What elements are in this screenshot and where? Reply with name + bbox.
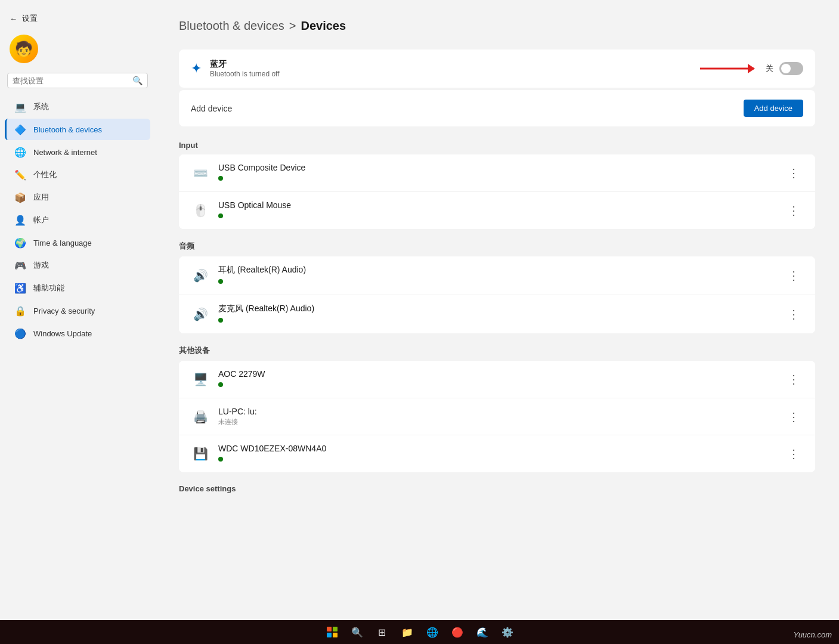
more-options-button[interactable]: ⋮ [784, 201, 803, 220]
breadcrumb: Bluetooth & devices > Devices [179, 19, 815, 33]
task-view-button[interactable]: ⊞ [371, 621, 393, 643]
list-item: 🔊 耳机 (Realtek(R) Audio) ⋮ [179, 256, 815, 295]
device-name: 麦克风 (Realtek(R) Audio) [218, 304, 784, 314]
sidebar-item-time[interactable]: 🌍 Time & language [5, 232, 150, 253]
annotation-arrow [700, 63, 760, 75]
bluetooth-row: ✦ 蓝牙 Bluetooth is turned off 关 [179, 49, 815, 88]
harddrive-icon: 💾 [191, 444, 210, 463]
sidebar-item-personalization[interactable]: ✏️ 个性化 [5, 164, 150, 185]
usb-keyboard-icon: ⌨️ [191, 163, 210, 182]
add-device-row: Add device Add device [179, 90, 815, 126]
user-avatar: 🧒 [10, 35, 38, 63]
chrome-icon: 🔴 [451, 627, 463, 638]
add-device-label: Add device [191, 104, 232, 113]
task-view-icon: ⊞ [378, 627, 386, 638]
sidebar-item-privacy[interactable]: 🔒 Privacy & security [5, 300, 150, 321]
bluetooth-off-label: 关 [766, 63, 773, 74]
privacy-icon: 🔒 [14, 305, 26, 317]
search-input[interactable] [13, 76, 129, 85]
printer-icon: 🖨️ [191, 407, 210, 426]
brand-label: Yuucn.com [793, 630, 832, 639]
bluetooth-name: 蓝牙 [210, 59, 700, 70]
audio-section-label: 音频 [179, 234, 815, 255]
sidebar-item-accessibility[interactable]: ♿ 辅助功能 [5, 277, 150, 299]
settings-taskbar-button[interactable]: ⚙️ [497, 621, 518, 643]
input-section: Input ⌨️ USB Composite Device ⋮ 🖱️ USB O… [179, 134, 815, 229]
sidebar-item-accounts[interactable]: 👤 帐户 [5, 209, 150, 231]
update-icon: 🔵 [14, 327, 26, 339]
input-devices-card: ⌨️ USB Composite Device ⋮ 🖱️ USB Optical… [179, 154, 815, 229]
sidebar-label-apps: 应用 [33, 192, 49, 203]
chrome-button[interactable]: 🔴 [447, 621, 468, 643]
breadcrumb-current: Devices [301, 19, 346, 33]
back-button[interactable]: ← 设置 [0, 10, 155, 27]
sidebar-label-personalization: 个性化 [33, 169, 57, 180]
more-options-button[interactable]: ⋮ [784, 407, 803, 426]
toggle-knob [781, 64, 791, 73]
usb-mouse-icon: 🖱️ [191, 201, 210, 220]
personalization-icon: ✏️ [14, 169, 26, 181]
connected-dot [218, 457, 223, 462]
bluetooth-controls: 关 [700, 62, 803, 75]
breadcrumb-parent[interactable]: Bluetooth & devices [179, 19, 284, 33]
app1-button[interactable]: 🌊 [472, 621, 493, 643]
network-icon: 🌐 [14, 146, 26, 158]
device-name: 耳机 (Realtek(R) Audio) [218, 265, 784, 275]
more-options-button[interactable]: ⋮ [784, 305, 803, 324]
taskbar: 🔍 ⊞ 📁 🌐 🔴 🌊 ⚙️ Yuucn.com [0, 620, 839, 644]
sidebar-item-apps[interactable]: 📦 应用 [5, 187, 150, 208]
sidebar-item-update[interactable]: 🔵 Windows Update [5, 323, 150, 344]
sidebar-label-bluetooth: Bluetooth & devices [33, 125, 102, 134]
sidebar-item-network[interactable]: 🌐 Network & internet [5, 141, 150, 163]
search-taskbar-button[interactable]: 🔍 [346, 621, 368, 643]
device-name: LU-PC: lu: [218, 407, 784, 416]
bluetooth-device-icon: ✦ [191, 61, 202, 76]
audio-section: 音频 🔊 耳机 (Realtek(R) Audio) ⋮ 🔊 麦克风 (Real… [179, 234, 815, 333]
settings-gear-icon: ⚙️ [501, 627, 513, 638]
add-device-button[interactable]: Add device [744, 100, 803, 117]
search-icon: 🔍 [132, 76, 143, 85]
app-title: 设置 [22, 13, 38, 24]
audio-out-icon: 🔊 [191, 266, 210, 285]
other-section-label: 其他设备 [179, 338, 815, 360]
device-name: WDC WD10EZEX-08WN4A0 [218, 444, 784, 453]
start-button[interactable] [321, 621, 343, 643]
accessibility-icon: ♿ [14, 282, 26, 294]
folder-icon: 📁 [401, 627, 413, 638]
edge-button[interactable]: 🌐 [422, 621, 443, 643]
sidebar-item-gaming[interactable]: 🎮 游戏 [5, 255, 150, 276]
time-icon: 🌍 [14, 237, 26, 249]
device-name: USB Optical Mouse [218, 200, 784, 210]
sidebar-label-gaming: 游戏 [33, 260, 49, 271]
device-subtitle: 未连接 [218, 417, 784, 426]
search-box[interactable]: 🔍 [7, 73, 148, 88]
bluetooth-toggle[interactable] [779, 62, 803, 75]
connected-dot [218, 279, 223, 284]
sidebar-item-system[interactable]: 💻 系统 [5, 96, 150, 117]
sidebar-item-bluetooth[interactable]: 🔷 Bluetooth & devices [5, 119, 150, 140]
sidebar-label-system: 系统 [33, 101, 49, 112]
file-explorer-button[interactable]: 📁 [397, 621, 418, 643]
more-options-button[interactable]: ⋮ [784, 266, 803, 285]
sidebar-label-privacy: Privacy & security [33, 306, 95, 315]
sidebar-label-accounts: 帐户 [33, 215, 49, 225]
other-devices-card: 🖥️ AOC 2279W ⋮ 🖨️ LU-PC: lu: 未连接 ⋮ 💾 WDC [179, 361, 815, 472]
system-icon: 💻 [14, 101, 26, 113]
connected-dot [218, 176, 223, 181]
accounts-icon: 👤 [14, 214, 26, 226]
app1-icon: 🌊 [476, 627, 488, 638]
more-options-button[interactable]: ⋮ [784, 163, 803, 182]
more-options-button[interactable]: ⋮ [784, 444, 803, 463]
audio-devices-card: 🔊 耳机 (Realtek(R) Audio) ⋮ 🔊 麦克风 (Realtek… [179, 256, 815, 333]
connected-dot [218, 213, 223, 218]
device-settings-label: Device settings [179, 477, 815, 497]
list-item: 🖨️ LU-PC: lu: 未连接 ⋮ [179, 398, 815, 435]
list-item: ⌨️ USB Composite Device ⋮ [179, 154, 815, 191]
breadcrumb-separator: > [289, 19, 296, 33]
list-item: 🔊 麦克风 (Realtek(R) Audio) ⋮ [179, 295, 815, 333]
sidebar: ← 设置 🧒 🔍 💻 系统 🔷 Bluetooth & devices 🌐 Ne… [0, 0, 155, 620]
windows-logo [327, 627, 338, 637]
more-options-button[interactable]: ⋮ [784, 370, 803, 389]
back-icon: ← [10, 14, 17, 23]
sidebar-label-update: Windows Update [33, 329, 92, 338]
